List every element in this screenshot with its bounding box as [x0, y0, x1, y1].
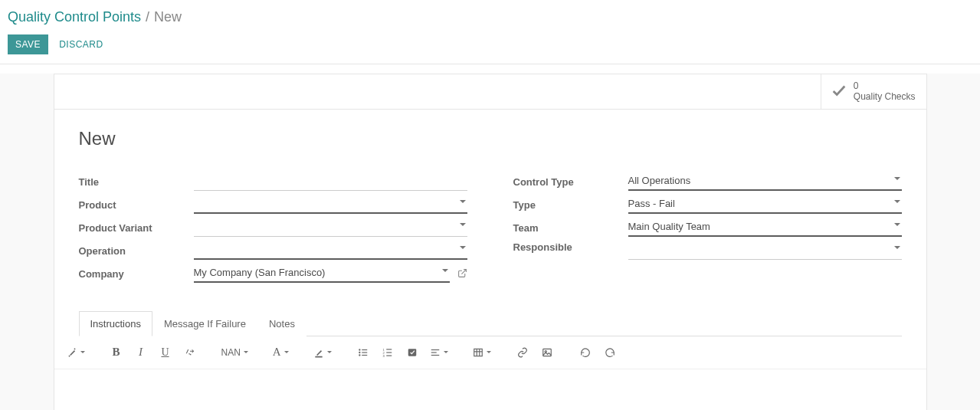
svg-rect-17	[474, 349, 482, 356]
company-label: Company	[79, 268, 194, 280]
tabs: Instructions Message If Failure Notes	[79, 310, 902, 336]
breadcrumb: Quality Control Points / New	[8, 9, 972, 25]
italic-button[interactable]: I	[131, 343, 151, 362]
save-button[interactable]: SAVE	[8, 34, 48, 54]
chevron-down-icon[interactable]	[442, 269, 448, 272]
chevron-down-icon[interactable]	[894, 200, 900, 203]
chevron-down-icon[interactable]	[894, 223, 900, 226]
svg-rect-14	[431, 349, 439, 350]
team-field[interactable]: Main Quality Team	[628, 220, 902, 237]
breadcrumb-current: New	[154, 9, 182, 25]
svg-rect-13	[408, 349, 416, 356]
operation-label: Operation	[79, 245, 194, 257]
company-field[interactable]: My Company (San Francisco)	[194, 266, 450, 283]
font-size-dropdown[interactable]: NAN	[218, 343, 251, 362]
operation-field[interactable]	[194, 243, 467, 260]
stat-count: 0	[854, 80, 916, 91]
stat-label: Quality Checks	[854, 91, 916, 102]
chevron-down-icon[interactable]	[460, 223, 466, 226]
align-button[interactable]	[427, 343, 451, 362]
tab-message-if-failure[interactable]: Message If Failure	[152, 311, 257, 336]
chevron-down-icon[interactable]	[894, 177, 900, 180]
product-variant-field[interactable]	[194, 220, 467, 237]
text-color-button[interactable]	[310, 343, 335, 362]
unordered-list-button[interactable]	[353, 343, 373, 362]
header: Quality Control Points / New SAVE DISCAR…	[0, 0, 980, 54]
svg-text:3: 3	[382, 354, 385, 358]
control-type-value: All Operations	[628, 175, 691, 186]
font-family-dropdown[interactable]: A	[270, 343, 292, 362]
svg-rect-15	[431, 352, 436, 353]
tab-instructions[interactable]: Instructions	[79, 311, 152, 336]
link-button[interactable]	[513, 343, 533, 362]
svg-point-1	[359, 349, 360, 350]
action-buttons: SAVE DISCARD	[8, 34, 972, 54]
type-label: Type	[513, 199, 628, 211]
svg-line-0	[461, 269, 466, 274]
title-field[interactable]	[194, 174, 467, 191]
type-field[interactable]: Pass - Fail	[628, 197, 902, 214]
svg-rect-21	[542, 349, 551, 356]
svg-rect-12	[386, 355, 392, 356]
table-button[interactable]	[470, 343, 494, 362]
chevron-down-icon[interactable]	[894, 246, 900, 249]
svg-rect-16	[431, 355, 439, 356]
ordered-list-button[interactable]: 123	[378, 343, 398, 362]
svg-rect-5	[362, 352, 367, 353]
product-field[interactable]	[194, 197, 467, 214]
check-icon	[831, 82, 847, 101]
redo-button[interactable]	[600, 343, 620, 362]
breadcrumb-separator: /	[146, 9, 149, 25]
editor-toolbar: B I U NAN A	[54, 336, 926, 369]
chevron-down-icon[interactable]	[460, 200, 466, 203]
team-value: Main Quality Team	[628, 221, 710, 232]
form-left-column: Title Product	[79, 171, 467, 286]
form-right-column: Control Type All Operations Type Pass - …	[513, 171, 902, 286]
form-title: New	[79, 128, 902, 149]
title-input[interactable]	[194, 175, 467, 187]
svg-rect-11	[386, 352, 392, 353]
product-label: Product	[79, 199, 194, 211]
image-button[interactable]	[537, 343, 557, 362]
svg-rect-10	[386, 349, 392, 349]
magic-wand-icon[interactable]	[64, 343, 88, 362]
editor-content[interactable]	[54, 369, 926, 410]
svg-rect-6	[362, 355, 367, 356]
external-link-icon[interactable]	[457, 268, 467, 280]
checklist-button[interactable]	[402, 343, 422, 362]
divider	[0, 64, 980, 64]
responsible-field[interactable]	[628, 243, 902, 260]
quality-checks-stat-button[interactable]: 0 Quality Checks	[821, 74, 926, 109]
form-sheet: 0 Quality Checks New Title	[54, 74, 927, 410]
svg-point-2	[359, 352, 360, 353]
company-value: My Company (San Francisco)	[194, 267, 326, 278]
control-type-label: Control Type	[513, 176, 628, 188]
status-bar: 0 Quality Checks	[54, 74, 926, 110]
undo-button[interactable]	[575, 343, 595, 362]
product-variant-label: Product Variant	[79, 222, 194, 234]
remove-format-button[interactable]	[180, 343, 200, 362]
chevron-down-icon[interactable]	[460, 246, 466, 249]
control-type-field[interactable]: All Operations	[628, 174, 902, 191]
breadcrumb-root[interactable]: Quality Control Points	[8, 9, 141, 25]
bold-button[interactable]: B	[107, 343, 126, 362]
underline-button[interactable]: U	[156, 343, 175, 362]
svg-point-3	[359, 354, 360, 356]
body-area: 0 Quality Checks New Title	[0, 74, 980, 410]
tab-notes[interactable]: Notes	[257, 311, 306, 336]
responsible-label: Responsible	[513, 240, 628, 253]
discard-button[interactable]: DISCARD	[51, 34, 111, 54]
team-label: Team	[513, 222, 628, 234]
title-label: Title	[79, 176, 194, 188]
type-value: Pass - Fail	[628, 198, 675, 209]
svg-rect-4	[362, 349, 367, 350]
